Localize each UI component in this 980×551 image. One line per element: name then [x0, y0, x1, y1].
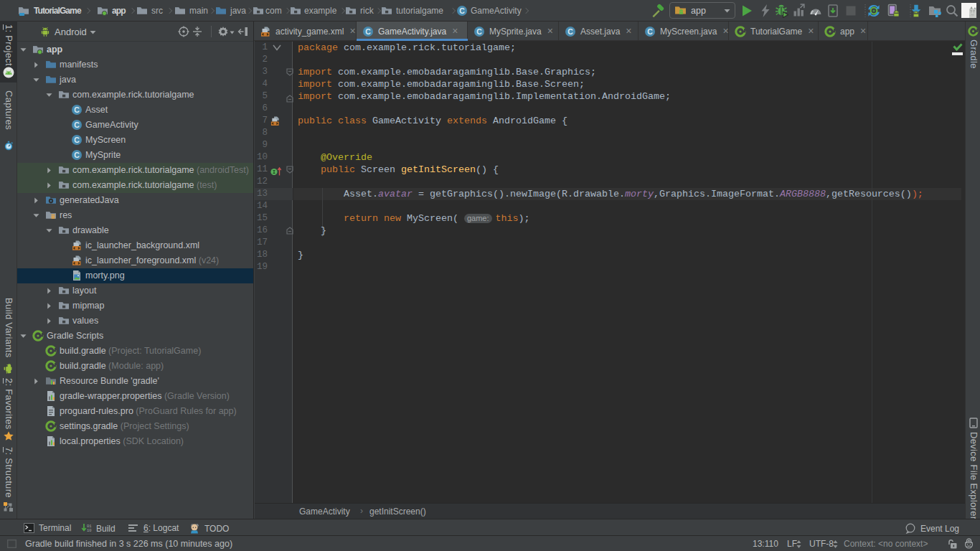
svg-text:10: 10 [87, 528, 92, 533]
